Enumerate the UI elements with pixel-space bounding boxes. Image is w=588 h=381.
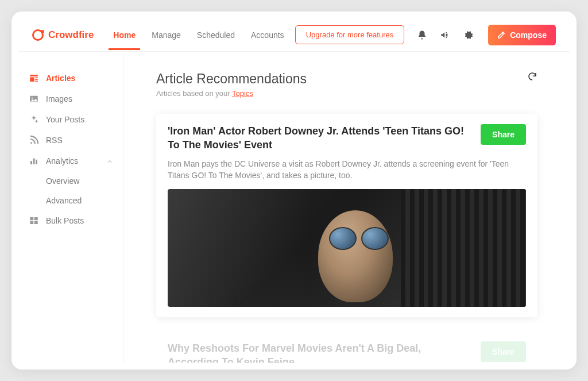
analytics-icon: [29, 156, 39, 166]
sidebar-label: Overview: [46, 176, 79, 186]
sidebar-item-analytics[interactable]: Analytics: [18, 151, 123, 171]
compose-icon: [497, 31, 505, 39]
app-window: Crowdfire Home Manage Scheduled Accounts…: [18, 18, 570, 363]
brand[interactable]: Crowdfire: [32, 29, 94, 41]
nav-manage[interactable]: Manage: [150, 20, 182, 50]
nav-home[interactable]: Home: [112, 20, 137, 50]
svg-rect-0: [30, 75, 38, 76]
topbar: Crowdfire Home Manage Scheduled Accounts…: [18, 18, 570, 52]
chevron-up-icon: [106, 157, 113, 164]
article-card: 'Iron Man' Actor Robert Downey Jr. Atten…: [156, 114, 537, 317]
sidebar-label: Advanced: [46, 196, 82, 205]
article-title[interactable]: Why Reshoots For Marvel Movies Aren't A …: [168, 341, 471, 363]
article-description: Iron Man pays the DC Universe a visit as…: [168, 158, 526, 182]
main-nav: Home Manage Scheduled Accounts: [112, 20, 285, 50]
body: Articles Images Your Posts: [18, 52, 570, 363]
svg-rect-9: [33, 159, 35, 165]
main-header: Article Recommendations Articles based o…: [156, 71, 537, 98]
gear-icon[interactable]: [463, 30, 473, 40]
sidebar-label: RSS: [46, 136, 63, 145]
svg-rect-1: [30, 78, 34, 82]
sidebar-item-your-posts[interactable]: Your Posts: [18, 109, 123, 130]
svg-rect-8: [30, 161, 32, 164]
nav-scheduled[interactable]: Scheduled: [196, 20, 236, 50]
sidebar-item-advanced[interactable]: Advanced: [18, 191, 123, 210]
svg-rect-13: [30, 221, 33, 224]
sidebar-item-rss[interactable]: RSS: [18, 130, 123, 151]
refresh-icon[interactable]: [527, 71, 537, 82]
compose-label: Compose: [510, 30, 547, 40]
svg-rect-3: [35, 79, 38, 80]
article-title[interactable]: 'Iron Man' Actor Robert Downey Jr. Atten…: [168, 124, 471, 152]
svg-rect-4: [35, 81, 38, 82]
svg-rect-2: [35, 78, 38, 79]
svg-point-6: [32, 97, 33, 98]
brand-name: Crowdfire: [48, 29, 94, 41]
device-frame: Crowdfire Home Manage Scheduled Accounts…: [11, 11, 577, 370]
articles-icon: [29, 73, 39, 83]
svg-rect-12: [34, 217, 38, 220]
sidebar-item-overview[interactable]: Overview: [18, 171, 123, 191]
compose-button[interactable]: Compose: [488, 25, 556, 45]
crowdfire-logo-icon: [32, 29, 44, 41]
share-button[interactable]: Share: [481, 341, 526, 362]
rss-icon: [29, 135, 39, 145]
sidebar-label: Articles: [46, 74, 75, 83]
megaphone-icon[interactable]: [440, 30, 450, 40]
page-title: Article Recommendations: [156, 71, 307, 87]
share-button[interactable]: Share: [481, 124, 526, 145]
sidebar-label: Analytics: [46, 156, 78, 166]
bulk-posts-icon: [29, 215, 39, 226]
sidebar-item-articles[interactable]: Articles: [18, 68, 123, 88]
svg-rect-14: [34, 221, 38, 224]
sparkle-icon: [29, 114, 39, 125]
bell-icon[interactable]: [417, 30, 427, 40]
svg-rect-11: [30, 217, 33, 220]
nav-accounts[interactable]: Accounts: [250, 20, 285, 50]
upgrade-button[interactable]: Upgrade for more features: [295, 25, 404, 44]
page-subtitle: Articles based on your Topics: [156, 89, 307, 98]
svg-rect-10: [36, 160, 37, 164]
sidebar-label: Bulk Posts: [46, 216, 84, 225]
article-image[interactable]: [168, 189, 526, 307]
sidebar: Articles Images Your Posts: [18, 52, 124, 363]
sidebar-label: Images: [46, 94, 72, 103]
sidebar-item-images[interactable]: Images: [18, 88, 123, 109]
topics-link[interactable]: Topics: [232, 89, 253, 98]
images-icon: [29, 94, 39, 104]
svg-point-7: [30, 142, 32, 144]
subtitle-text: Articles based on your: [156, 89, 232, 98]
main-content: Article Recommendations Articles based o…: [124, 52, 570, 363]
article-card: Why Reshoots For Marvel Movies Aren't A …: [156, 331, 537, 363]
sidebar-label: Your Posts: [46, 115, 84, 124]
sidebar-item-bulk-posts[interactable]: Bulk Posts: [18, 210, 123, 231]
